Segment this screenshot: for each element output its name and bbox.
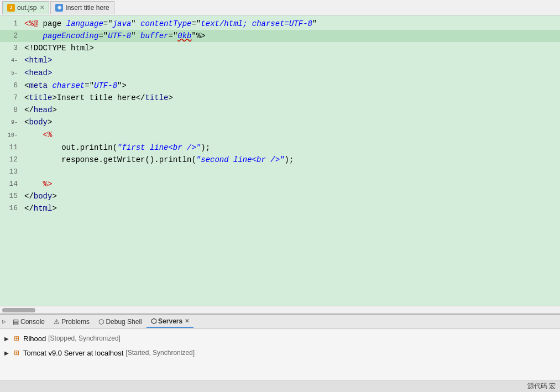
line-content-6: <meta charset="UTF-8"> — [22, 80, 560, 92]
line-content-1: <%@ page language="java" contentType="te… — [22, 18, 560, 30]
code-line-5: 5- <head> — [0, 67, 560, 80]
line-number-6: 6 — [0, 80, 22, 92]
code-line-12: 12 response.getWriter().println("second … — [0, 154, 560, 166]
code-line-11: 11 out.println("first line<br />"); — [0, 142, 560, 154]
tab-insert-title-label: Insert title here — [65, 4, 109, 12]
scroll-thumb[interactable] — [2, 308, 35, 312]
bottom-panel: ▷ ▤ Console ⚠ Problems ⬡ Debug Shell ⬡ S… — [0, 313, 560, 380]
horizontal-scrollbar[interactable] — [0, 306, 560, 313]
line-content-4: <html> — [22, 54, 560, 66]
server-row-rihood[interactable]: ▶ ⊞ Rihood [Stopped, Synchronized] — [0, 331, 560, 346]
code-area[interactable]: 1 <%@ page language="java" contentType="… — [0, 15, 560, 306]
rihood-server-name: Rihood — [23, 334, 46, 343]
line-content-2: pageEncoding="UTF-8" buffer="0kb"%> — [22, 30, 560, 42]
status-bar: 源代码 宏 — [0, 380, 560, 392]
debug-shell-label: Debug Shell — [106, 318, 142, 326]
code-line-2: 2 pageEncoding="UTF-8" buffer="0kb"%> — [0, 30, 560, 42]
tab-out-jsp[interactable]: J out.jsp ✕ — [2, 1, 49, 14]
line-content-14: %> — [22, 178, 560, 190]
bottom-content: ▶ ⊞ Rihood [Stopped, Synchronized] ▶ ⊞ T… — [0, 329, 560, 380]
tomcat-server-status: [Started, Synchronized] — [125, 349, 195, 357]
line-number-8: 8 — [0, 104, 22, 116]
servers-tab-close[interactable]: ✕ — [185, 318, 189, 324]
code-line-15: 15 </body> — [0, 190, 560, 202]
tab-bar: J out.jsp ✕ ◉ Insert title here — [0, 0, 560, 15]
code-line-1: 1 <%@ page language="java" contentType="… — [0, 18, 560, 30]
code-line-3: 3 <!DOCTYPE html> — [0, 42, 560, 54]
code-line-7: 7 <title>Insert title here</title> — [0, 92, 560, 104]
tab-insert-title-icon: ◉ — [55, 4, 63, 12]
line-content-3: <!DOCTYPE html> — [22, 42, 560, 54]
line-content-15: </body> — [22, 190, 560, 202]
code-line-14: 14 %> — [0, 178, 560, 190]
line-number-7: 7 — [0, 92, 22, 104]
debug-shell-icon: ⬡ — [98, 318, 104, 326]
line-number-14: 14 — [0, 178, 22, 190]
line-content-11: out.println("first line<br />"); — [22, 142, 560, 154]
editor-area: 1 <%@ page language="java" contentType="… — [0, 15, 560, 313]
problems-icon: ⚠ — [54, 318, 60, 326]
code-line-8: 8 </head> — [0, 104, 560, 116]
line-number-11: 11 — [0, 142, 22, 154]
line-number-4: 4- — [0, 54, 22, 67]
code-line-6: 6 <meta charset="UTF-8"> — [0, 80, 560, 92]
line-content-8: </head> — [22, 104, 560, 116]
line-number-13: 13 — [0, 166, 22, 178]
tab-out-jsp-icon: J — [7, 4, 15, 12]
server-row-tomcat[interactable]: ▶ ⊞ Tomcat v9.0 Server at localhost [Sta… — [0, 346, 560, 360]
code-line-4: 4- <html> — [0, 54, 560, 67]
line-content-5: <head> — [22, 67, 560, 79]
line-number-16: 16 — [0, 202, 22, 215]
tomcat-server-icon: ⊞ — [12, 348, 21, 357]
servers-icon: ⬡ — [151, 317, 156, 325]
bottom-tab-problems[interactable]: ⚠ Problems — [49, 316, 94, 328]
code-line-16: 16 </html> — [0, 202, 560, 215]
tab-insert-title[interactable]: ◉ Insert title here — [50, 1, 114, 14]
line-number-10: 10- — [0, 129, 22, 142]
line-content-10: <% — [22, 129, 560, 141]
line-number-1: 1 — [0, 18, 22, 30]
line-number-15: 15 — [0, 190, 22, 202]
servers-label: Servers — [158, 317, 182, 325]
bottom-tab-bar: ▷ ▤ Console ⚠ Problems ⬡ Debug Shell ⬡ S… — [0, 315, 560, 329]
line-number-3: 3 — [0, 42, 22, 54]
bottom-tab-console[interactable]: ▤ Console — [8, 316, 49, 328]
line-number-5: 5- — [0, 67, 22, 80]
code-line-9: 9- <body> — [0, 116, 560, 129]
line-number-2: 2 — [0, 30, 22, 42]
problems-label: Problems — [61, 318, 90, 326]
tab-out-jsp-label: out.jsp — [17, 4, 36, 12]
line-content-13 — [22, 166, 560, 178]
console-icon: ▤ — [13, 318, 19, 326]
code-line-10: 10- <% — [0, 129, 560, 142]
rihood-server-icon: ⊞ — [12, 334, 21, 343]
rihood-server-status: [Stopped, Synchronized] — [48, 334, 121, 342]
rihood-expand-icon[interactable]: ▶ — [4, 336, 12, 342]
bottom-tab-servers[interactable]: ⬡ Servers ✕ — [146, 316, 193, 328]
tab-out-jsp-close[interactable]: ✕ — [40, 4, 44, 11]
tomcat-server-name: Tomcat v9.0 Server at localhost — [23, 349, 123, 357]
line-content-7: <title>Insert title here</title> — [22, 92, 560, 104]
status-right-text: 源代码 宏 — [527, 381, 556, 391]
tomcat-expand-icon[interactable]: ▶ — [4, 350, 12, 356]
bottom-tab-debug-shell[interactable]: ⬡ Debug Shell — [94, 316, 146, 328]
console-label: Console — [20, 318, 45, 326]
line-number-9: 9- — [0, 116, 22, 129]
line-content-16: </html> — [22, 202, 560, 215]
code-line-13: 13 — [0, 166, 560, 178]
line-content-12: response.getWriter().println("second lin… — [22, 154, 560, 166]
line-number-12: 12 — [0, 154, 22, 166]
line-content-9: <body> — [22, 116, 560, 128]
panel-arrow-left[interactable]: ▷ — [2, 318, 6, 325]
